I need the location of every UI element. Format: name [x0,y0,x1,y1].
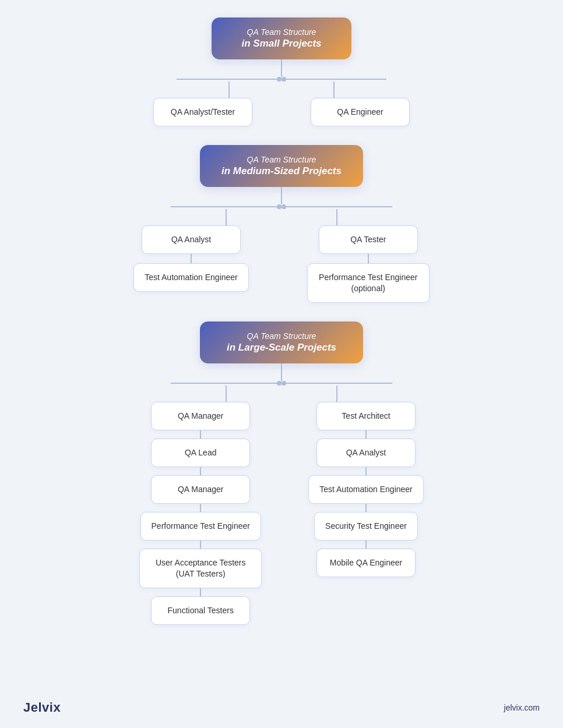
large-left-child-2: QA Manager [151,475,250,504]
small-hline-right [286,79,386,80]
medium-left-vline [226,209,227,225]
small-vline-down [281,59,282,77]
small-header-node: QA Team Structure in Small Projects [212,17,351,59]
small-projects-section: QA Team Structure in Small Projects [23,17,540,126]
medium-children-row: QA Analyst Test Automation Engineer QA T… [23,225,540,303]
medium-right-vline-1 [368,254,369,263]
footer-url: jelvix.com [504,703,540,712]
small-hline-left [177,79,277,80]
large-down-lines [171,386,392,402]
large-subtitle: QA Team Structure [216,331,347,341]
small-subtitle: QA Team Structure [228,27,335,37]
small-children-row: QA Analyst/Tester QA Engineer [23,98,540,126]
medium-hline-right [286,206,392,207]
large-children-row: QA Manager QA Lead QA Manager Performanc… [23,402,540,624]
large-hline-row [171,381,392,386]
small-left-vline [228,82,230,98]
large-main-title: in Large-Scale Projects [216,341,347,354]
large-right-child-3: Security Test Engineer [314,512,418,540]
small-right-vline [333,82,335,98]
medium-right-child-0: QA Tester [319,225,418,254]
large-left-down [171,386,282,402]
medium-projects-section: QA Team Structure in Medium-Sized Projec… [23,145,540,303]
small-right-down [282,82,386,98]
small-hline-row [177,77,386,82]
medium-right-down [282,209,392,225]
small-header-connector: QA Team Structure in Small Projects [177,17,386,98]
medium-header-node: QA Team Structure in Medium-Sized Projec… [200,145,363,187]
medium-hline-left [171,206,277,207]
small-dot-right [282,77,286,82]
large-right-child-0: Test Architect [316,402,416,430]
large-right-child-1: QA Analyst [316,439,416,467]
small-main-title: in Small Projects [228,37,335,50]
large-right-down [282,386,392,402]
large-projects-section: QA Team Structure in Large-Scale Project… [23,321,540,625]
medium-main-title: in Medium-Sized Projects [216,165,347,178]
medium-header-connector: QA Team Structure in Medium-Sized Projec… [171,145,392,225]
large-right-child-4: Mobile QA Engineer [316,549,416,577]
medium-right-vline [336,209,337,225]
medium-dot-right [282,204,286,209]
small-right-child-0: QA Engineer [311,98,410,126]
small-left-down [177,82,282,98]
large-right-child-2: Test Automation Engineer [308,475,424,504]
large-dot-left [277,381,282,386]
large-left-child-1: QA Lead [151,439,250,467]
medium-right-child-1: Performance Test Engineer (optional) [307,263,430,303]
large-left-child-0: QA Manager [151,402,250,430]
large-left-vline [226,386,227,402]
medium-vline-down [281,187,282,204]
medium-left-child-0: QA Analyst [142,225,241,254]
large-dot-right [282,381,286,386]
medium-left-vline-1 [191,254,192,263]
large-col-right: Test Architect QA Analyst Test Automatio… [308,402,424,577]
medium-col-left: QA Analyst Test Automation Engineer [133,225,249,292]
large-col-left: QA Manager QA Lead QA Manager Performanc… [139,402,262,624]
large-hline-left [171,383,277,384]
small-left-child-0: QA Analyst/Tester [153,98,252,126]
large-vline-down [281,363,282,381]
medium-down-lines [171,209,392,225]
large-header-node: QA Team Structure in Large-Scale Project… [200,321,363,363]
page-wrapper: QA Team Structure in Small Projects [23,17,540,644]
large-left-child-3: Performance Test Engineer [140,512,261,540]
medium-dot-left [277,204,282,209]
medium-subtitle: QA Team Structure [216,154,347,165]
medium-left-down [171,209,282,225]
medium-left-child-1: Test Automation Engineer [133,263,249,292]
large-hline-right [286,383,392,384]
medium-hline-row [171,204,392,209]
small-down-lines [177,82,386,98]
large-right-vline [336,386,337,402]
large-header-connector: QA Team Structure in Large-Scale Project… [171,321,392,402]
footer: Jelvix jelvix.com [23,700,540,715]
large-left-child-5: Functional Testers [151,596,250,625]
footer-brand: Jelvix [23,700,61,715]
medium-col-right: QA Tester Performance Test Engineer (opt… [307,225,430,303]
large-left-child-4: User Acceptance Testers (UAT Testers) [139,549,262,588]
small-dot-left [277,77,282,82]
